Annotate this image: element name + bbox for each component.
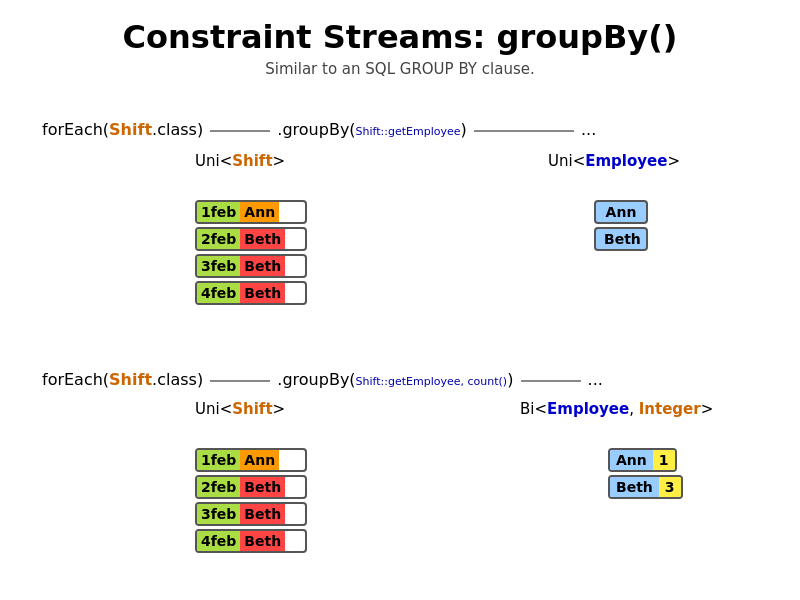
- shift-row-1-3: 3feb Beth: [195, 254, 307, 278]
- shift-date: 3feb: [197, 256, 240, 276]
- dotclass-1: .class): [152, 120, 208, 139]
- bi-name-ann: Ann: [610, 450, 653, 470]
- shift-name: Beth: [240, 477, 285, 497]
- page-title: Constraint Streams: groupBy(): [0, 0, 800, 56]
- groupby-close-1: ): [461, 120, 472, 139]
- page-subtitle: Similar to an SQL GROUP BY clause.: [0, 60, 800, 78]
- shift-row-2-2: 2feb Beth: [195, 475, 307, 499]
- shift-date: 1feb: [197, 450, 240, 470]
- method-ref-1: Shift::getEmployee: [356, 125, 461, 138]
- section1-foreach-line: forEach(Shift.class) .groupBy(Shift::get…: [42, 120, 596, 139]
- shift-keyword-2: Shift: [109, 370, 152, 389]
- uni-shift-label-2: Uni<Shift>: [195, 400, 285, 418]
- section2-foreach-line: forEach(Shift.class) .groupBy(Shift::get…: [42, 370, 603, 389]
- uni-employee-label: Uni<Employee>: [548, 152, 680, 170]
- shift-row-1-1: 1feb Ann: [195, 200, 307, 224]
- bi-beth: Beth 3: [608, 475, 683, 499]
- method-ref-2: Shift::getEmployee, count(): [356, 375, 508, 388]
- shift-date: 3feb: [197, 504, 240, 524]
- shift-name: Ann: [240, 450, 279, 470]
- shift-row-1-2: 2feb Beth: [195, 227, 307, 251]
- shift-date: 4feb: [197, 531, 240, 551]
- ellipsis-2: ...: [588, 370, 603, 389]
- shift-date: 1feb: [197, 202, 240, 222]
- shift-name: Beth: [240, 531, 285, 551]
- groupby-keyword-1: .groupBy(: [277, 120, 355, 139]
- foreach-keyword-2: forEach(: [42, 370, 109, 389]
- shift-row-2-3: 3feb Beth: [195, 502, 307, 526]
- shift-row-2-4: 4feb Beth: [195, 529, 307, 553]
- shift-name: Beth: [240, 256, 285, 276]
- uni-shift-label-1: Uni<Shift>: [195, 152, 285, 170]
- shift-keyword-1: Shift: [109, 120, 152, 139]
- emp-ann-1: Ann: [594, 200, 648, 224]
- shift-name: Beth: [240, 229, 285, 249]
- bi-count-ann: 1: [653, 450, 675, 470]
- shift-date: 4feb: [197, 283, 240, 303]
- shift-row-1-4: 4feb Beth: [195, 281, 307, 305]
- shift-name: Ann: [240, 202, 279, 222]
- shift-name: Beth: [240, 504, 285, 524]
- ellipsis-1: ...: [581, 120, 596, 139]
- shift-name: Beth: [240, 283, 285, 303]
- foreach-keyword: forEach(: [42, 120, 109, 139]
- shift-date: 2feb: [197, 229, 240, 249]
- bi-ann: Ann 1: [608, 448, 677, 472]
- shift-date: 2feb: [197, 477, 240, 497]
- shift-row-2-1: 1feb Ann: [195, 448, 307, 472]
- bi-employee-integer-label: Bi<Employee, Integer>: [520, 400, 713, 418]
- emp-beth-1: Beth: [594, 227, 648, 251]
- bi-name-beth: Beth: [610, 477, 659, 497]
- dotclass-2: .class): [152, 370, 208, 389]
- groupby-close-2: ): [507, 370, 518, 389]
- groupby-keyword-2: .groupBy(: [277, 370, 355, 389]
- bi-count-beth: 3: [659, 477, 681, 497]
